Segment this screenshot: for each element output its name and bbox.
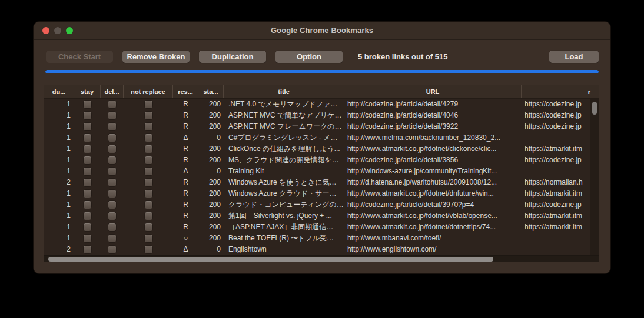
- delete-checkbox-cell[interactable]: [101, 233, 124, 244]
- stay-checkbox-cell[interactable]: [74, 155, 101, 166]
- delete-checkbox-cell[interactable]: [101, 121, 124, 132]
- close-button[interactable]: [42, 27, 49, 34]
- stay-checkbox-cell[interactable]: [74, 177, 101, 188]
- not-replace-checkbox-cell[interactable]: [124, 132, 173, 143]
- not-replace-checkbox-cell[interactable]: [124, 155, 173, 166]
- not-replace-checkbox-cell[interactable]: [124, 99, 173, 110]
- delete-checkbox[interactable]: [108, 134, 116, 142]
- stay-checkbox[interactable]: [84, 246, 91, 253]
- stay-checkbox[interactable]: [84, 101, 91, 108]
- table-row[interactable]: 2R200Windows Azure を使うときに気…http://d.hate…: [44, 177, 599, 188]
- delete-checkbox-cell[interactable]: [101, 188, 124, 199]
- delete-checkbox[interactable]: [108, 201, 116, 209]
- not-replace-checkbox[interactable]: [145, 156, 152, 164]
- delete-checkbox[interactable]: [108, 223, 116, 231]
- delete-checkbox-cell[interactable]: [101, 222, 124, 233]
- table-row[interactable]: 1R200MS、クラウド関連の開発情報を…http://codezine.jp/…: [44, 155, 599, 166]
- stay-checkbox[interactable]: [84, 201, 91, 209]
- delete-checkbox-cell[interactable]: [101, 210, 124, 222]
- not-replace-checkbox-cell[interactable]: [124, 244, 173, 255]
- table-row[interactable]: 1R200第1回 Silverlight vs. jQuery + ...htt…: [44, 210, 599, 222]
- not-replace-checkbox-cell[interactable]: [124, 177, 173, 188]
- delete-checkbox[interactable]: [108, 235, 116, 242]
- delete-checkbox-cell[interactable]: [101, 199, 124, 210]
- stay-checkbox[interactable]: [84, 156, 91, 164]
- not-replace-checkbox-cell[interactable]: [124, 121, 173, 132]
- not-replace-checkbox-cell[interactable]: [124, 222, 173, 233]
- not-replace-checkbox[interactable]: [145, 112, 152, 119]
- not-replace-checkbox[interactable]: [145, 101, 152, 108]
- delete-checkbox[interactable]: [108, 190, 116, 198]
- not-replace-checkbox[interactable]: [145, 212, 152, 220]
- delete-checkbox[interactable]: [108, 168, 116, 175]
- title-bar[interactable]: Google Chrome Bookmarks: [34, 22, 610, 40]
- delete-checkbox-cell[interactable]: [101, 177, 124, 188]
- not-replace-checkbox[interactable]: [145, 246, 152, 253]
- zoom-button[interactable]: [66, 27, 73, 34]
- delete-checkbox[interactable]: [108, 156, 116, 164]
- horizontal-scrollbar-thumb[interactable]: [48, 257, 493, 262]
- horizontal-scrollbar[interactable]: [44, 255, 599, 262]
- column-header-title[interactable]: title: [224, 85, 344, 98]
- table-row[interactable]: 1Δ0Training Kithttp://windows-azure.jp/c…: [44, 166, 599, 177]
- vertical-scrollbar-thumb[interactable]: [592, 102, 597, 115]
- delete-checkbox-cell[interactable]: [101, 143, 124, 155]
- column-header-not-replace[interactable]: not replace: [124, 85, 173, 98]
- stay-checkbox-cell[interactable]: [74, 121, 101, 132]
- delete-checkbox[interactable]: [108, 123, 116, 130]
- not-replace-checkbox[interactable]: [145, 223, 152, 231]
- stay-checkbox-cell[interactable]: [74, 143, 101, 155]
- stay-checkbox[interactable]: [84, 190, 91, 198]
- column-header-stay[interactable]: stay: [74, 85, 101, 98]
- delete-checkbox-cell[interactable]: [101, 244, 124, 255]
- table-row[interactable]: 1R200［ASP.NET AJAX］非同期通信…http://www.atma…: [44, 222, 599, 233]
- table-row[interactable]: 1R200Windows Azure クラウド・サー…http://www.at…: [44, 188, 599, 199]
- delete-checkbox-cell[interactable]: [101, 99, 124, 110]
- delete-checkbox-cell[interactable]: [101, 166, 124, 177]
- not-replace-checkbox-cell[interactable]: [124, 233, 173, 244]
- table-row[interactable]: 1R200ClickOnce の仕組みを理解しよう...http://www.a…: [44, 143, 599, 155]
- column-header-duplicate[interactable]: du...: [44, 85, 74, 98]
- stay-checkbox-cell[interactable]: [74, 210, 101, 222]
- delete-checkbox[interactable]: [108, 112, 116, 119]
- not-replace-checkbox[interactable]: [145, 235, 152, 242]
- not-replace-checkbox-cell[interactable]: [124, 110, 173, 121]
- stay-checkbox[interactable]: [84, 123, 91, 130]
- not-replace-checkbox[interactable]: [145, 190, 152, 198]
- delete-checkbox[interactable]: [108, 179, 116, 186]
- table-row[interactable]: 2Δ0Englishtownhttp://www.englishtown.com…: [44, 244, 599, 255]
- not-replace-checkbox-cell[interactable]: [124, 199, 173, 210]
- stay-checkbox-cell[interactable]: [74, 233, 101, 244]
- delete-checkbox[interactable]: [108, 101, 116, 108]
- table-row[interactable]: 1○200Beat the TOEFL(R) 〜トフル受…http://www.…: [44, 233, 599, 244]
- stay-checkbox-cell[interactable]: [74, 188, 101, 199]
- column-header-status[interactable]: sta...: [198, 85, 224, 98]
- delete-checkbox-cell[interactable]: [101, 110, 124, 121]
- table-row[interactable]: 1Δ0C#プログラミングレッスン - メ…http://www.melma.co…: [44, 132, 599, 143]
- delete-checkbox-cell[interactable]: [101, 155, 124, 166]
- stay-checkbox-cell[interactable]: [74, 199, 101, 210]
- delete-checkbox[interactable]: [108, 145, 116, 153]
- remove-broken-button[interactable]: Remove Broken: [122, 51, 190, 63]
- not-replace-checkbox[interactable]: [145, 134, 152, 142]
- stay-checkbox-cell[interactable]: [74, 222, 101, 233]
- delete-checkbox[interactable]: [108, 246, 116, 253]
- load-button[interactable]: Load: [549, 51, 599, 63]
- table-row[interactable]: 1R200.NET 4.0 でメモリマップドファ…http://codezine…: [44, 99, 599, 110]
- stay-checkbox[interactable]: [84, 134, 91, 142]
- not-replace-checkbox[interactable]: [145, 201, 152, 209]
- column-header-redirect[interactable]: r: [522, 85, 599, 98]
- stay-checkbox[interactable]: [84, 179, 91, 186]
- stay-checkbox[interactable]: [84, 212, 91, 220]
- not-replace-checkbox[interactable]: [145, 168, 152, 175]
- not-replace-checkbox-cell[interactable]: [124, 188, 173, 199]
- option-button[interactable]: Option: [275, 51, 343, 63]
- delete-checkbox[interactable]: [108, 212, 116, 220]
- not-replace-checkbox[interactable]: [145, 123, 152, 130]
- column-header-delete[interactable]: del...: [101, 85, 124, 98]
- stay-checkbox[interactable]: [84, 235, 91, 242]
- not-replace-checkbox-cell[interactable]: [124, 166, 173, 177]
- vertical-scrollbar[interactable]: [590, 99, 599, 255]
- stay-checkbox-cell[interactable]: [74, 166, 101, 177]
- stay-checkbox-cell[interactable]: [74, 132, 101, 143]
